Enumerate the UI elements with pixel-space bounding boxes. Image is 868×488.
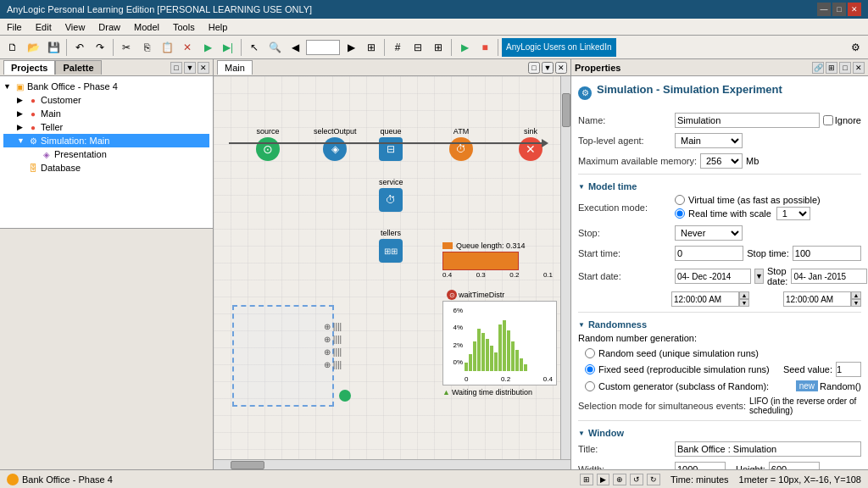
tb-new[interactable]: 🗋 <box>3 38 22 57</box>
tab-projects[interactable]: Projects <box>3 60 55 75</box>
seed-value-input[interactable] <box>836 362 861 377</box>
props-ignore-checkbox[interactable] <box>823 115 833 125</box>
tree-item-teller[interactable]: ▶ ● Teller <box>3 120 209 134</box>
canvas-vscroll[interactable] <box>560 76 570 459</box>
starttime-spin-up[interactable]: ▲ <box>739 291 749 299</box>
props-link-btn[interactable]: 🔗 <box>812 62 824 74</box>
radio-customgen-input[interactable] <box>585 381 595 391</box>
tb-more[interactable]: ⊞ <box>429 38 448 57</box>
tree-item-root[interactable]: ▼ ▣ Bank Office - Phase 4 <box>3 80 209 93</box>
props-stoptime-input[interactable] <box>793 246 861 261</box>
stoptime-spin-down[interactable]: ▼ <box>851 299 861 307</box>
tb-stop[interactable]: ■ <box>476 38 494 57</box>
tb-copy[interactable]: ⎘ <box>137 38 156 57</box>
block-atm[interactable]: ATM ⏱ <box>449 127 473 161</box>
tb-run[interactable]: ▶ <box>198 38 217 57</box>
tb-undo[interactable]: ↶ <box>70 38 89 57</box>
panel-maximize-btn[interactable]: ▼ <box>184 62 196 74</box>
props-memory-select[interactable]: 256 <box>700 153 743 169</box>
tree-item-simulation[interactable]: ▼ ⚙ Simulation: Main <box>3 134 209 147</box>
close-button[interactable]: ✕ <box>848 3 861 16</box>
canvas-hscroll[interactable] <box>214 459 570 469</box>
stoptime-spin-up[interactable]: ▲ <box>851 291 861 299</box>
tb-open[interactable]: 📂 <box>24 38 42 57</box>
canvas-tab-main[interactable]: Main <box>217 60 253 75</box>
realtime-scale-select[interactable]: 1 <box>776 207 810 220</box>
tree-item-customer[interactable]: ▶ ● Customer <box>3 93 209 107</box>
menu-draw[interactable]: Draw <box>95 20 124 34</box>
menu-view[interactable]: View <box>62 20 89 34</box>
status-btn1[interactable]: ⊞ <box>580 474 593 485</box>
menu-tools[interactable]: Tools <box>170 20 198 34</box>
block-tellers[interactable]: tellers ⊞⊞ <box>379 229 403 263</box>
tb-align[interactable]: ⊟ <box>409 38 427 57</box>
block-source[interactable]: source ⊙ <box>256 127 280 161</box>
props-detach-btn[interactable]: ⊞ <box>826 62 837 74</box>
radio-fixedseed-input[interactable] <box>585 364 595 374</box>
panel-close-btn[interactable]: ✕ <box>198 62 209 74</box>
tree-item-main[interactable]: ▶ ● Main <box>3 107 209 120</box>
stoptime-clock-input[interactable] <box>783 291 851 307</box>
block-sink[interactable]: sink ✕ <box>519 127 542 161</box>
props-close-btn[interactable]: ✕ <box>853 62 865 74</box>
tb-fit[interactable]: ⊞ <box>362 38 381 57</box>
props-minimize-btn[interactable]: □ <box>839 62 851 74</box>
radio-realtime-input[interactable] <box>675 208 685 219</box>
tb-cut[interactable]: ✂ <box>117 38 136 57</box>
starttime-clock-input[interactable] <box>671 291 739 307</box>
tb-zoom-out[interactable]: ◀ <box>286 38 304 57</box>
section-randomness[interactable]: ▼ Randomness <box>578 319 861 330</box>
canvas-close-btn[interactable]: ✕ <box>555 62 567 74</box>
props-height-input[interactable] <box>769 462 820 469</box>
menu-file[interactable]: File <box>3 20 25 34</box>
radio-virtual-input[interactable] <box>675 195 685 205</box>
props-starttime-input[interactable] <box>675 246 743 261</box>
block-select[interactable]: selectOutput ◈ <box>314 127 357 161</box>
section-model-time[interactable]: ▼ Model time <box>578 181 861 191</box>
tb-linkedin[interactable]: AnyLogic Users on LinkedIn <box>502 38 616 57</box>
tb-paste[interactable]: 📋 <box>158 38 176 57</box>
panel-minimize-btn[interactable]: □ <box>170 62 182 74</box>
tb-delete[interactable]: ✕ <box>178 38 197 57</box>
tree-item-database[interactable]: 🗄 Database <box>3 161 209 175</box>
tb-zoom-tool[interactable]: 🔍 <box>265 38 284 57</box>
tb-zoom-in[interactable]: ▶ <box>342 38 360 57</box>
minimize-button[interactable]: — <box>817 3 831 16</box>
canvas-maximize-btn[interactable]: ▼ <box>542 62 554 74</box>
tb-select[interactable]: ↖ <box>245 38 264 57</box>
starttime-spin-down[interactable]: ▼ <box>739 299 749 307</box>
radio-randomseed-input[interactable] <box>585 348 595 358</box>
tb-settings[interactable]: ⚙ <box>846 38 865 57</box>
props-agent-select[interactable]: Main <box>675 133 743 148</box>
zoom-input[interactable]: 100% <box>306 40 340 55</box>
new-random-btn[interactable]: new <box>796 380 818 391</box>
vscroll-thumb[interactable] <box>562 93 570 127</box>
props-wintitle-input[interactable] <box>675 441 861 457</box>
props-width-input[interactable] <box>675 462 726 469</box>
props-stopdate-input[interactable] <box>791 269 867 284</box>
menu-model[interactable]: Model <box>131 20 163 34</box>
menu-edit[interactable]: Edit <box>32 20 55 34</box>
canvas-minimize-btn[interactable]: □ <box>528 62 540 74</box>
tab-palette[interactable]: Palette <box>55 60 101 75</box>
tb-grid[interactable]: # <box>388 38 407 57</box>
tree-item-presentation[interactable]: ◈ Presentation <box>3 147 209 161</box>
block-queue[interactable]: queue ⊟ <box>379 127 403 161</box>
menu-help[interactable]: Help <box>205 20 231 34</box>
props-stop-select[interactable]: Never <box>675 225 743 241</box>
tb-play[interactable]: ▶ <box>455 38 474 57</box>
maximize-button[interactable]: □ <box>832 3 846 16</box>
startdate-cal-btn[interactable]: ▼ <box>754 269 764 284</box>
status-btn4[interactable]: ↺ <box>630 474 643 485</box>
props-name-input[interactable] <box>675 113 820 128</box>
tb-redo[interactable]: ↷ <box>91 38 109 57</box>
block-service[interactable]: service ⏱ <box>379 178 403 212</box>
hscroll-thumb[interactable] <box>231 461 264 469</box>
status-btn2[interactable]: ▶ <box>597 474 609 485</box>
status-btn3[interactable]: ⊕ <box>613 474 626 485</box>
status-btn5[interactable]: ↻ <box>647 474 660 485</box>
props-startdate-input[interactable] <box>675 269 751 284</box>
tb-run2[interactable]: ▶| <box>219 38 237 57</box>
section-window[interactable]: ▼ Window <box>578 428 861 438</box>
tb-save[interactable]: 💾 <box>44 38 63 57</box>
